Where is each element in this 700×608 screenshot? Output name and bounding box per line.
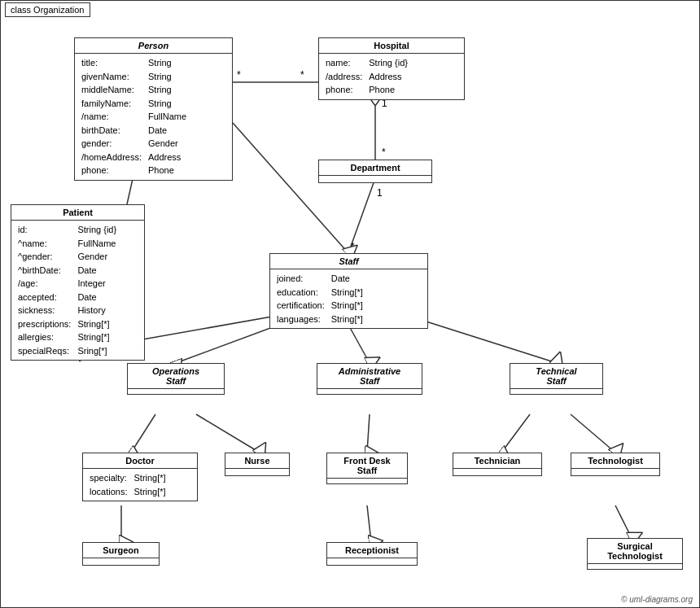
class-hospital-body: name:String {id} /address:Address phone:…	[319, 54, 464, 99]
class-front-desk-staff: Front DeskStaff	[326, 453, 408, 484]
class-patient-header: Patient	[11, 205, 144, 221]
class-technologist: Technologist	[571, 453, 660, 476]
class-front-desk-staff-header: Front DeskStaff	[327, 453, 407, 479]
class-operations-staff: OperationsStaff	[127, 363, 225, 395]
class-technical-staff-body	[510, 389, 602, 394]
class-department-header: Department	[319, 160, 431, 176]
class-surgeon-body	[83, 558, 159, 565]
svg-text:*: *	[351, 241, 355, 252]
svg-line-19	[131, 414, 155, 453]
svg-line-22	[501, 414, 530, 453]
svg-line-25	[367, 505, 371, 542]
class-department: Department	[318, 160, 432, 183]
class-technician: Technician	[453, 453, 542, 476]
class-technologist-body	[571, 469, 659, 475]
class-technical-staff: TechnicalStaff	[510, 363, 603, 395]
class-surgical-technologist-body	[588, 564, 682, 569]
class-technical-staff-header: TechnicalStaff	[510, 364, 602, 389]
class-operations-staff-body	[128, 389, 224, 394]
class-technologist-header: Technologist	[571, 453, 659, 469]
class-nurse: Nurse	[225, 453, 290, 476]
class-person: Person title:String givenName:String mid…	[74, 37, 233, 181]
class-technician-body	[453, 469, 541, 475]
class-patient: Patient id:String {id} ^name:FullName ^g…	[11, 204, 145, 361]
class-surgeon: Surgeon	[82, 542, 160, 566]
diagram-title: class Organization	[5, 2, 90, 17]
class-hospital: Hospital name:String {id} /address:Addre…	[318, 37, 465, 100]
class-technician-header: Technician	[453, 453, 541, 469]
svg-line-12	[233, 123, 348, 253]
class-staff: Staff joined:Date education:String[*] ce…	[269, 253, 428, 329]
svg-line-26	[615, 505, 632, 538]
class-surgical-technologist-header: SurgicalTechnologist	[588, 539, 682, 564]
svg-text:1: 1	[377, 187, 383, 199]
class-hospital-header: Hospital	[319, 38, 464, 54]
svg-line-18	[416, 318, 557, 363]
class-person-header: Person	[75, 38, 232, 54]
svg-line-21	[367, 414, 370, 453]
class-staff-header: Staff	[270, 254, 427, 269]
class-front-desk-staff-body	[327, 479, 407, 483]
class-department-body	[319, 176, 431, 182]
svg-text:*: *	[300, 69, 304, 81]
class-surgeon-header: Surgeon	[83, 543, 159, 558]
class-person-body: title:String givenName:String middleName…	[75, 54, 232, 180]
class-nurse-header: Nurse	[225, 453, 289, 469]
class-staff-body: joined:Date education:String[*] certific…	[270, 269, 427, 328]
class-doctor-header: Doctor	[83, 453, 197, 469]
svg-line-20	[196, 414, 260, 453]
copyright: © uml-diagrams.org	[621, 595, 693, 604]
class-doctor: Doctor specialty:String[*] locations:Str…	[82, 453, 198, 501]
svg-line-23	[571, 414, 615, 453]
class-doctor-body: specialty:String[*] locations:String[*]	[83, 469, 197, 501]
class-administrative-staff-header: AdministrativeStaff	[317, 364, 422, 389]
class-receptionist-body	[327, 558, 417, 565]
class-receptionist: Receptionist	[326, 542, 418, 566]
class-surgical-technologist: SurgicalTechnologist	[587, 538, 683, 570]
class-operations-staff-header: OperationsStaff	[128, 364, 224, 389]
svg-text:*: *	[237, 69, 241, 81]
class-nurse-body	[225, 469, 289, 475]
class-patient-body: id:String {id} ^name:FullName ^gender:Ge…	[11, 221, 144, 360]
svg-text:*: *	[382, 147, 386, 158]
diagram-container: class Organization * * 1 * 1 *	[0, 0, 700, 608]
class-administrative-staff-body	[317, 389, 422, 394]
svg-line-17	[348, 325, 370, 363]
svg-line-8	[348, 178, 375, 253]
class-receptionist-header: Receptionist	[327, 543, 417, 558]
class-administrative-staff: AdministrativeStaff	[317, 363, 422, 395]
